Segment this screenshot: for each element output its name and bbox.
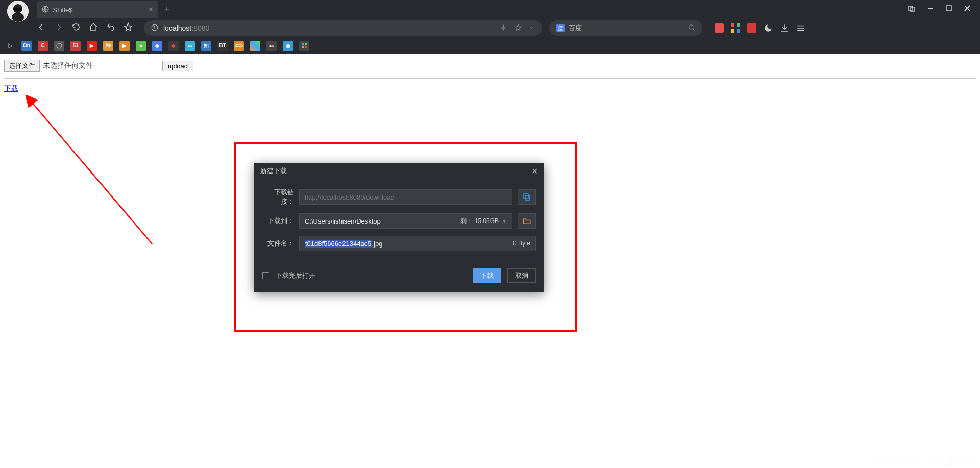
ext-icon-1[interactable]	[715, 23, 724, 33]
bookmark-show-icon[interactable]: |▷	[5, 41, 15, 51]
info-icon[interactable]	[151, 24, 158, 33]
bookmark-item[interactable]: ●	[136, 41, 146, 51]
dialog-titlebar[interactable]: 新建下载 ✕	[254, 163, 544, 179]
ext-icon-grid[interactable]	[731, 23, 740, 33]
tab-title: $Title$	[53, 6, 73, 14]
dialog-close-icon[interactable]: ✕	[531, 166, 538, 176]
choose-file-button[interactable]: 选择文件	[4, 60, 40, 72]
bookmark-item[interactable]	[299, 41, 309, 51]
copy-url-button[interactable]	[518, 189, 536, 205]
ext-icon-pdf[interactable]	[747, 23, 756, 33]
undo-icon[interactable]	[106, 22, 115, 34]
svg-point-13	[154, 26, 155, 26]
bookmark-item[interactable]: ◆	[152, 41, 162, 51]
search-placeholder: 百度	[569, 23, 582, 33]
url-input[interactable]: http://localhost:8080/download	[299, 189, 512, 205]
filename-input[interactable]: t01d8f5666e21344ac5.jpg 0 Byte	[299, 236, 536, 251]
baidu-icon: 度	[556, 24, 565, 32]
upload-button[interactable]: upload	[162, 61, 193, 71]
bookmark-item[interactable]	[54, 41, 64, 51]
svg-rect-21	[305, 43, 307, 45]
nav-buttons	[37, 22, 133, 34]
bookmark-item[interactable]: 知	[201, 41, 211, 51]
watermark: https://blog.csdn.net/m0_46219343	[879, 458, 975, 465]
bookmark-item[interactable]: BT	[217, 41, 228, 51]
path-value: C:\Users\lishisen\Desktop	[305, 217, 381, 225]
path-input[interactable]: C:\Users\lishisen\Desktop 剩： 15.05GB ▼	[299, 213, 512, 229]
bookmark-star-icon[interactable]	[514, 24, 522, 33]
window-compact-icon[interactable]	[908, 5, 916, 14]
svg-rect-8	[946, 6, 951, 11]
download-dialog: 新建下载 ✕ 下载链接： http://localhost:8080/downl…	[254, 163, 544, 292]
svg-rect-3	[13, 8, 22, 11]
bookmark-item[interactable]: ▶	[87, 41, 97, 51]
address-bar[interactable]: localhost:8080	[144, 20, 542, 36]
search-bar[interactable]: 度 百度	[549, 20, 702, 36]
svg-line-24	[32, 102, 152, 244]
star-icon[interactable]	[124, 22, 133, 34]
new-tab-button[interactable]: +	[164, 4, 170, 15]
search-icon[interactable]	[688, 24, 695, 33]
window-controls	[908, 5, 980, 14]
profile-avatar[interactable]	[7, 1, 29, 22]
svg-rect-26	[524, 194, 528, 199]
close-window-icon[interactable]	[964, 5, 971, 14]
bookmark-item[interactable]: On	[21, 41, 32, 51]
menu-icon[interactable]	[796, 23, 805, 33]
browser-chrome: $Title$ × +	[0, 0, 980, 54]
dialog-title: 新建下载	[260, 166, 287, 176]
titlebar: $Title$ × +	[0, 0, 980, 18]
chevron-down-icon[interactable]: ▼	[502, 218, 507, 224]
upload-form: 选择文件 未选择任何文件 upload	[4, 58, 976, 77]
svg-rect-25	[525, 195, 530, 200]
bookmark-item[interactable]: ◉	[283, 41, 293, 51]
svg-line-15	[693, 28, 695, 30]
minimize-icon[interactable]	[927, 5, 934, 14]
bookmark-item[interactable]: 51	[70, 41, 81, 51]
bookmark-item[interactable]: 神	[103, 41, 113, 51]
download-button[interactable]: 下载	[473, 268, 501, 283]
url-port: :8080	[191, 24, 209, 32]
bookmark-item[interactable]: ◈	[168, 41, 179, 51]
reload-icon[interactable]	[71, 22, 81, 34]
separator	[4, 78, 976, 79]
download-link[interactable]: 下载	[4, 84, 18, 92]
download-tray-icon[interactable]	[780, 23, 789, 33]
open-after-label: 下载完后打开	[276, 271, 315, 280]
browser-tab[interactable]: $Title$ ×	[37, 1, 158, 18]
tab-close-icon[interactable]: ×	[149, 5, 153, 14]
bookmark-item[interactable]: C	[38, 41, 48, 51]
bookmark-item[interactable]: ▶	[119, 41, 130, 51]
forward-icon[interactable]	[54, 22, 63, 34]
bookmark-item[interactable]	[250, 41, 260, 51]
chevron-down-icon[interactable]	[529, 24, 535, 33]
browser-toolbar: localhost:8080 度 百度	[0, 18, 980, 38]
browse-folder-button[interactable]	[518, 213, 536, 229]
page-content: 选择文件 未选择任何文件 upload 下载	[0, 54, 980, 97]
home-icon[interactable]	[89, 22, 98, 34]
svg-point-14	[689, 24, 693, 29]
path-label: 下载到：	[262, 216, 294, 226]
extension-icons	[715, 23, 812, 33]
svg-rect-23	[305, 46, 307, 48]
bookmarks-bar: |▷ On C 51 ▶ 神 ▶ ● ◆ ◈ ▭ 知 BT ⊂⊃ ▭ ◉	[0, 38, 980, 54]
annotation-arrow	[24, 95, 157, 248]
open-after-checkbox[interactable]	[262, 272, 270, 279]
svg-point-19	[57, 43, 62, 48]
bookmark-item[interactable]: ▭	[266, 41, 277, 51]
url-label: 下载链接：	[262, 188, 294, 206]
bookmark-item[interactable]: ⊂⊃	[234, 41, 244, 51]
no-file-text: 未选择任何文件	[43, 61, 93, 70]
cancel-button[interactable]: 取消	[507, 268, 536, 283]
url-host: localhost	[163, 24, 191, 32]
back-icon[interactable]	[37, 22, 46, 34]
filename-label: 文件名：	[262, 239, 294, 248]
dark-mode-icon[interactable]	[764, 23, 773, 33]
svg-rect-20	[302, 43, 304, 45]
flash-icon[interactable]	[500, 24, 507, 33]
bookmark-item[interactable]: ▭	[185, 41, 195, 51]
svg-rect-22	[302, 46, 304, 48]
maximize-icon[interactable]	[945, 5, 952, 14]
filesize-text: 0 Byte	[513, 240, 530, 247]
globe-icon	[42, 6, 49, 14]
